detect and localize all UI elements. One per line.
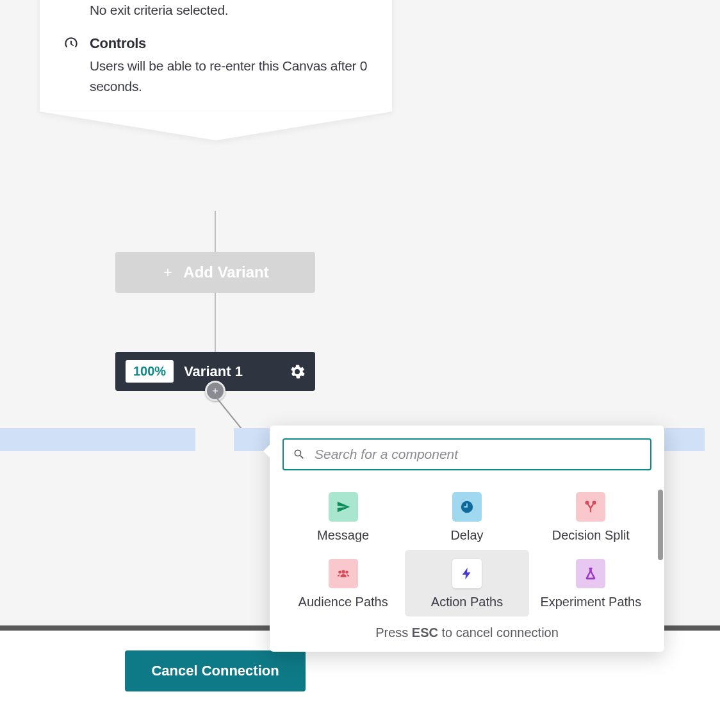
gear-icon[interactable] bbox=[290, 364, 305, 379]
users-icon bbox=[329, 559, 358, 588]
plus-icon bbox=[211, 386, 220, 395]
component-label: Experiment Paths bbox=[540, 593, 641, 610]
component-label: Message bbox=[317, 527, 369, 543]
scrollbar-thumb[interactable] bbox=[658, 490, 663, 560]
component-action-paths[interactable]: Action Paths bbox=[405, 550, 528, 616]
component-search-input[interactable] bbox=[282, 438, 651, 470]
component-decision-split[interactable]: Decision Split bbox=[529, 483, 653, 550]
exit-criteria-section: Exit Criteria No exit criteria selected. bbox=[63, 0, 369, 20]
connector-line bbox=[215, 293, 216, 352]
controls-title: Controls bbox=[90, 35, 369, 52]
add-variant-label: Add Variant bbox=[183, 263, 268, 281]
component-label: Audience Paths bbox=[299, 593, 388, 610]
variant-label: Variant 1 bbox=[184, 363, 290, 380]
variant-percent-badge: 100% bbox=[126, 360, 174, 383]
flask-icon bbox=[576, 559, 605, 588]
component-label: Delay bbox=[450, 527, 483, 543]
component-message[interactable]: Message bbox=[281, 483, 405, 550]
clock-icon bbox=[452, 492, 482, 522]
controls-section: Controls Users will be able to re-enter … bbox=[63, 35, 369, 96]
split-icon bbox=[576, 492, 605, 522]
component-experiment-paths[interactable]: Experiment Paths bbox=[529, 550, 653, 616]
popover-hint: Press ESC to cancel connection bbox=[275, 625, 659, 640]
controls-text: Users will be able to re-enter this Canv… bbox=[90, 56, 369, 96]
add-step-node[interactable] bbox=[205, 381, 225, 401]
component-label: Decision Split bbox=[552, 527, 630, 543]
plus-icon bbox=[161, 266, 174, 279]
exit-criteria-text: No exit criteria selected. bbox=[90, 0, 369, 20]
gauge-icon bbox=[63, 35, 79, 52]
cancel-connection-button[interactable]: Cancel Connection bbox=[125, 650, 306, 691]
canvas-entry-card: (Web)] AND no additional filters Exit Cr… bbox=[40, 0, 392, 112]
component-audience-paths[interactable]: Audience Paths bbox=[281, 550, 405, 616]
search-icon bbox=[293, 448, 306, 461]
component-delay[interactable]: Delay bbox=[405, 483, 528, 550]
add-variant-button[interactable]: Add Variant bbox=[115, 252, 315, 293]
bolt-icon bbox=[452, 559, 482, 588]
connector-line bbox=[215, 211, 216, 252]
paper-plane-icon bbox=[329, 492, 358, 522]
component-picker-popover: Message Delay Decision Split Audience Pa… bbox=[270, 426, 664, 652]
component-label: Action Paths bbox=[431, 593, 503, 610]
